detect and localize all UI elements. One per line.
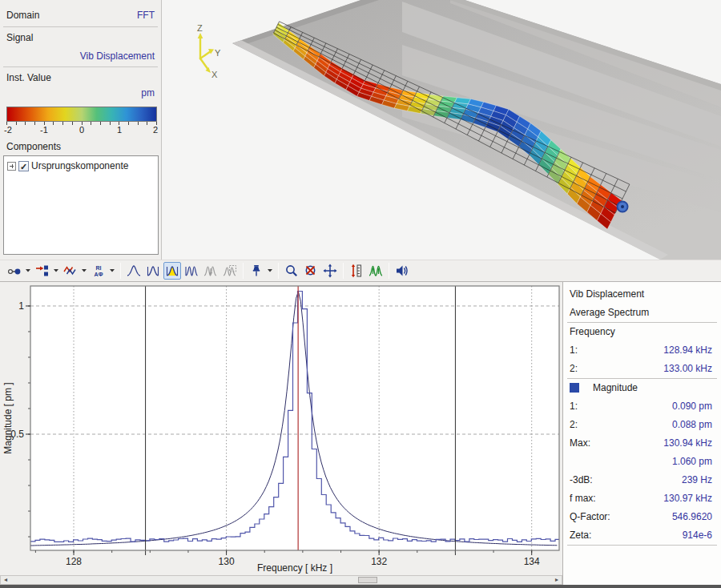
- complex-format-dropdown[interactable]: [108, 262, 116, 280]
- inst-value-unit: pm: [141, 87, 155, 99]
- peak-select-rect-icon: [223, 264, 237, 278]
- peak-multi-button[interactable]: [183, 262, 200, 280]
- speaker-icon: [395, 264, 409, 278]
- tree-expand-icon[interactable]: [7, 162, 16, 171]
- inst-value-label: Inst. Value: [6, 72, 51, 83]
- find-peaks-icon: [369, 264, 383, 278]
- svg-text:128: 128: [66, 556, 82, 567]
- signal-label: Signal: [6, 32, 33, 43]
- pin-cursor-button[interactable]: [248, 262, 265, 280]
- info-spectrum-subtitle: Average Spectrum: [570, 307, 649, 318]
- qfactor-row: Q-Factor: 546.9620: [563, 508, 721, 526]
- domain-label: Domain: [6, 10, 39, 21]
- separator: [567, 545, 717, 546]
- colorbar-tick-label: 2: [153, 125, 158, 135]
- tree-checkbox[interactable]: ✓: [18, 161, 29, 171]
- magnitude-section-header: Magnitude: [593, 382, 638, 393]
- colorbar-tick-label: -1: [40, 125, 48, 135]
- signal-trace-dropdown[interactable]: [80, 262, 88, 280]
- svg-text:134: 134: [524, 556, 540, 567]
- peak-range-icon: [146, 264, 160, 278]
- zoom-reset-button[interactable]: [302, 262, 320, 280]
- top-section: Domain FFT Signal Vib Displacement Inst.…: [0, 0, 721, 260]
- toolbar-separator: [120, 263, 121, 279]
- link-node-dropdown[interactable]: [24, 262, 32, 280]
- peak-single-icon: [127, 264, 141, 278]
- signal-trace-icon: [63, 264, 78, 278]
- minus3db-row: -3dB: 239 Hz: [563, 471, 721, 489]
- separator: [3, 26, 158, 27]
- measurement-info-panel: Vib Displacement Average Spectrum Freque…: [562, 282, 721, 585]
- spectrum-plot: 1281301321340.51Frequency [ kHz ]Magnitu…: [0, 282, 562, 575]
- separator: [3, 66, 158, 67]
- toolbar-separator: [389, 263, 389, 279]
- frequency-scrollbar[interactable]: ◂ ▸: [0, 575, 562, 585]
- display-settings-panel: Domain FFT Signal Vib Displacement Inst.…: [0, 0, 162, 260]
- colorbar-tick-label: -2: [4, 125, 12, 135]
- svg-text:Magnitude [ pm ]: Magnitude [ pm ]: [2, 382, 14, 453]
- assign-points-icon: [35, 264, 50, 278]
- peak-prev-icon: [203, 264, 218, 278]
- autoscale-y-button[interactable]: [348, 262, 365, 280]
- scroll-right-arrow[interactable]: ▸: [552, 576, 562, 584]
- toolbar-separator: [278, 263, 279, 279]
- axis-label-x: X: [211, 70, 218, 79]
- assign-points-dropdown[interactable]: [52, 262, 60, 280]
- play-sound-button[interactable]: [393, 262, 411, 280]
- axis-label-y: Y: [215, 48, 221, 58]
- tree-item-ursprungskomponente[interactable]: ✓ Ursprungskomponente: [7, 160, 128, 171]
- scroll-left-arrow[interactable]: ◂: [1, 576, 10, 584]
- link-node-button[interactable]: [6, 262, 23, 280]
- vibrometer-app: Domain FFT Signal Vib Displacement Inst.…: [0, 0, 721, 588]
- info-signal-title: Vib Displacement: [570, 288, 644, 300]
- deflection-3d-view[interactable]: ZYX: [162, 0, 721, 260]
- svg-text:AΦ: AΦ: [95, 272, 103, 277]
- signal-trace-button[interactable]: [62, 262, 79, 280]
- peak-single-button[interactable]: [125, 262, 143, 280]
- colorbar-tick-label: 1: [117, 125, 122, 135]
- bottom-section: 1281301321340.51Frequency [ kHz ]Magnitu…: [0, 282, 721, 585]
- complex-format-button[interactable]: RI AΦ: [90, 262, 107, 280]
- svg-text:130: 130: [219, 556, 235, 567]
- domain-value[interactable]: FFT: [137, 10, 155, 21]
- peak-band-button-selected[interactable]: [163, 262, 181, 280]
- cursor2-magnitude-row: 2: 0.088 pm: [563, 416, 721, 434]
- frequency-section-header: Frequency: [570, 326, 615, 337]
- scrollbar-thumb[interactable]: [358, 577, 377, 583]
- max-magnitude-row: 1.060 pm: [563, 453, 721, 471]
- peak-prev-button-disabled[interactable]: [202, 262, 220, 280]
- spectrum-chart-area[interactable]: 1281301321340.51Frequency [ kHz ]Magnitu…: [0, 282, 562, 585]
- colorbar-gradient: [6, 107, 157, 122]
- max-frequency-row: Max: 130.94 kHz: [563, 434, 721, 453]
- find-peaks-button[interactable]: [367, 262, 385, 280]
- zoom-reset-icon: [304, 264, 318, 278]
- cursor1-frequency-row: 1: 128.94 kHz: [563, 341, 721, 360]
- svg-text:RI: RI: [96, 265, 102, 271]
- pan-arrows-icon: [323, 264, 337, 278]
- zeta-row: Zeta: 914e-6: [563, 526, 721, 545]
- peak-select-rect-button-disabled[interactable]: [221, 262, 239, 280]
- pin-cursor-dropdown[interactable]: [266, 262, 274, 280]
- toolbar-separator: [343, 263, 344, 279]
- peak-band-icon: [165, 264, 179, 278]
- signal-value[interactable]: Vib Displacement: [80, 50, 155, 62]
- pan-button[interactable]: [321, 262, 339, 280]
- assign-points-button[interactable]: [34, 262, 51, 280]
- autoscale-y-icon: [349, 264, 364, 278]
- axis-label-z: Z: [197, 23, 203, 33]
- peak-range-button[interactable]: [144, 262, 162, 280]
- magnifier-icon: [284, 264, 299, 278]
- axis-triad-icon: [200, 37, 211, 70]
- svg-text:132: 132: [371, 556, 387, 567]
- components-tree[interactable]: ✓ Ursprungskomponente: [3, 155, 159, 255]
- components-label: Components: [6, 141, 61, 152]
- svg-text:1: 1: [18, 300, 24, 312]
- complex-format-icon: RI AΦ: [91, 264, 106, 278]
- tree-item-label[interactable]: Ursprungskomponente: [31, 160, 128, 171]
- fmax-row: f max: 130.97 kHz: [563, 489, 721, 508]
- analyzer-toolbar: RI AΦ: [0, 260, 721, 282]
- 3d-scene: ZYX: [162, 0, 721, 260]
- colorbar-tick-label: 0: [79, 125, 84, 135]
- magnitude-series-swatch: [570, 383, 579, 393]
- zoom-button[interactable]: [283, 262, 300, 280]
